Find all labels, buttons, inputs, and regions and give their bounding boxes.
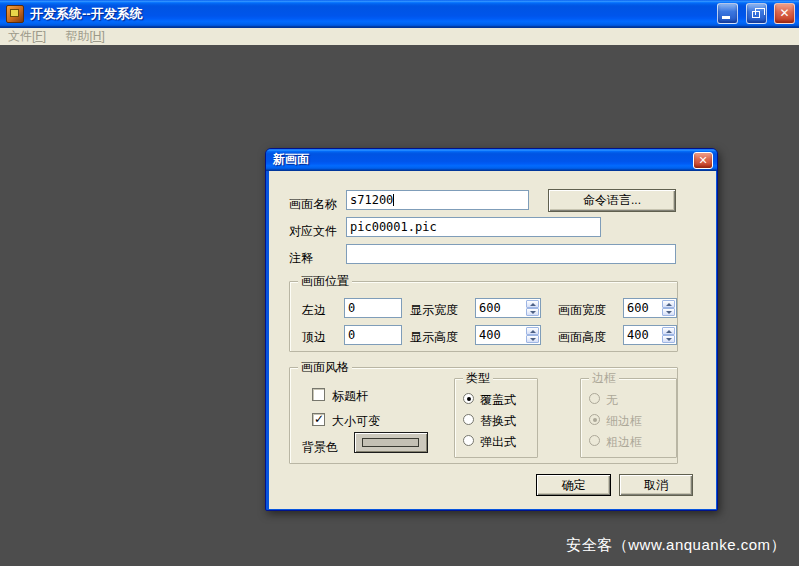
resizable-checkbox[interactable] bbox=[312, 413, 325, 426]
display-width-label: 显示宽度 bbox=[410, 302, 458, 319]
picture-height-spinner[interactable]: 400 bbox=[623, 325, 677, 345]
main-titlebar: 开发系统--开发系统 ✕ bbox=[0, 0, 799, 28]
spin-up-icon[interactable] bbox=[526, 327, 539, 335]
radio-popup-label: 弹出式 bbox=[480, 434, 516, 451]
dialog-title: 新画面 bbox=[273, 149, 309, 170]
radio-border-thick bbox=[589, 435, 600, 446]
close-icon: ✕ bbox=[775, 4, 794, 23]
menu-file[interactable]: 文件[F] bbox=[0, 28, 54, 44]
file-label: 对应文件 bbox=[289, 223, 337, 240]
radio-border-thin-label: 细边框 bbox=[606, 413, 642, 430]
desktop: { "colors": { "titlebar_blue": "#0054E3"… bbox=[0, 0, 799, 566]
style-group: 画面风格 标题杆 大小可变 背景色 类型 覆盖式 替换式 弹出式 边框 无 bbox=[289, 367, 678, 464]
radio-border-none bbox=[589, 393, 600, 404]
color-swatch bbox=[362, 438, 419, 447]
dialog-titlebar: 新画面 ✕ bbox=[266, 149, 717, 171]
restore-button[interactable] bbox=[746, 3, 767, 24]
menu-bar: 文件[F] 帮助[H] bbox=[0, 28, 799, 45]
display-width-spinner[interactable]: 600 bbox=[475, 298, 541, 318]
name-label: 画面名称 bbox=[289, 196, 337, 213]
watermark-text: 安全客（www.anquanke.com） bbox=[566, 536, 786, 555]
radio-replace-label: 替换式 bbox=[480, 413, 516, 430]
minimize-button[interactable] bbox=[717, 3, 738, 24]
radio-overlay[interactable] bbox=[463, 393, 474, 404]
close-icon: ✕ bbox=[698, 154, 707, 166]
menu-help[interactable]: 帮助[H] bbox=[57, 28, 112, 44]
bg-color-button[interactable] bbox=[354, 432, 428, 453]
bg-color-label: 背景色 bbox=[302, 439, 338, 456]
border-group: 边框 无 细边框 粗边框 bbox=[580, 378, 677, 458]
spin-up-icon[interactable] bbox=[526, 300, 539, 308]
spin-down-icon[interactable] bbox=[526, 335, 539, 343]
cancel-button[interactable]: 取消 bbox=[619, 474, 693, 496]
comment-input[interactable] bbox=[346, 244, 676, 264]
radio-replace[interactable] bbox=[463, 414, 474, 425]
comment-label: 注释 bbox=[289, 250, 313, 267]
top-input[interactable]: 0 bbox=[344, 325, 402, 345]
dialog-close-button[interactable]: ✕ bbox=[693, 152, 713, 169]
spin-down-icon[interactable] bbox=[662, 308, 675, 316]
top-label: 顶边 bbox=[302, 329, 326, 346]
dialog-body: 画面名称 s71200 命令语言... 对应文件 pic00001.pic 注释… bbox=[269, 171, 716, 509]
spin-down-icon[interactable] bbox=[526, 308, 539, 316]
app-icon bbox=[6, 5, 24, 23]
text-caret bbox=[393, 194, 394, 206]
radio-border-none-label: 无 bbox=[606, 392, 618, 409]
border-group-title: 边框 bbox=[589, 371, 619, 385]
position-group: 画面位置 左边 0 显示宽度 600 画面宽度 600 顶边 0 显示高度 40… bbox=[289, 281, 678, 352]
spin-up-icon[interactable] bbox=[662, 300, 675, 308]
restore-icon bbox=[752, 11, 760, 18]
type-group-title: 类型 bbox=[463, 371, 493, 385]
spin-up-icon[interactable] bbox=[662, 327, 675, 335]
picture-height-label: 画面高度 bbox=[558, 329, 606, 346]
minimize-icon bbox=[722, 16, 730, 19]
name-input[interactable]: s71200 bbox=[346, 190, 529, 210]
file-input[interactable]: pic00001.pic bbox=[346, 217, 601, 237]
window-title: 开发系统--开发系统 bbox=[30, 0, 143, 27]
titlebar-checkbox[interactable] bbox=[312, 388, 325, 401]
style-group-title: 画面风格 bbox=[298, 360, 352, 374]
display-height-spinner[interactable]: 400 bbox=[475, 325, 541, 345]
new-picture-dialog: 新画面 ✕ 画面名称 s71200 命令语言... 对应文件 pic00001.… bbox=[265, 148, 718, 511]
spin-down-icon[interactable] bbox=[662, 335, 675, 343]
position-group-title: 画面位置 bbox=[298, 274, 352, 288]
display-height-label: 显示高度 bbox=[410, 329, 458, 346]
picture-width-label: 画面宽度 bbox=[558, 302, 606, 319]
command-language-button[interactable]: 命令语言... bbox=[548, 189, 676, 212]
radio-border-thin bbox=[589, 414, 600, 425]
radio-border-thick-label: 粗边框 bbox=[606, 434, 642, 451]
radio-overlay-label: 覆盖式 bbox=[480, 392, 516, 409]
resizable-checkbox-label: 大小可变 bbox=[332, 413, 380, 430]
type-group: 类型 覆盖式 替换式 弹出式 bbox=[454, 378, 538, 458]
titlebar-checkbox-label: 标题杆 bbox=[332, 388, 368, 405]
close-button[interactable]: ✕ bbox=[774, 3, 795, 24]
picture-width-spinner[interactable]: 600 bbox=[623, 298, 677, 318]
ok-button[interactable]: 确定 bbox=[536, 474, 611, 496]
left-input[interactable]: 0 bbox=[344, 298, 402, 318]
left-label: 左边 bbox=[302, 302, 326, 319]
radio-popup[interactable] bbox=[463, 435, 474, 446]
